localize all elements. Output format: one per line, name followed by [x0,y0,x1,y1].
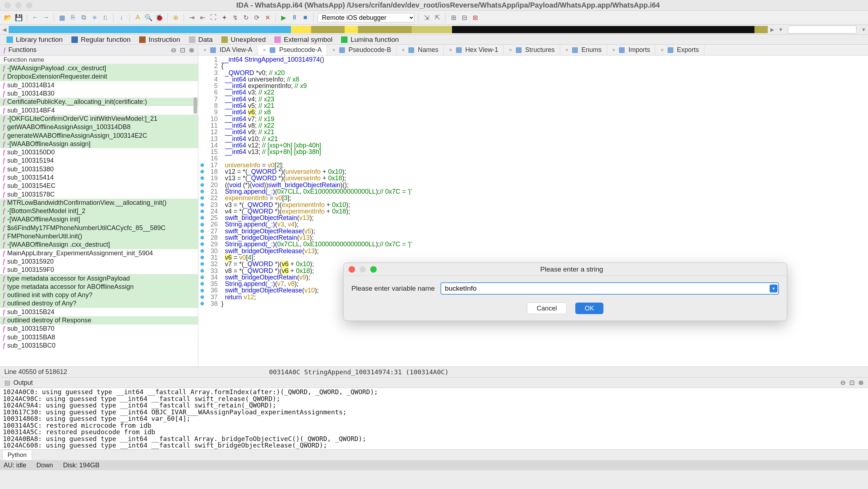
tab-imports[interactable]: ×Imports [607,45,655,55]
tool2-icon[interactable]: ⎘ [68,13,77,22]
panel-max-icon[interactable]: ⊡ [180,46,185,54]
function-row[interactable]: fMainAppLibrary_ExperimentAssignment_ini… [0,249,198,257]
tab-close-icon[interactable]: × [612,47,615,53]
tool4-icon[interactable]: ⎆ [90,13,99,22]
delete-icon[interactable]: ✕ [263,13,272,22]
debugger-select[interactable]: Remote iOS debugger [317,13,415,22]
tab-structures[interactable]: ×Structures [504,45,560,55]
forward-icon[interactable]: → [41,13,50,22]
tool10-icon[interactable]: ↯ [231,13,239,22]
tab-pseudocode-b[interactable]: ×Pseudocode-B [327,45,396,55]
nav-down-icon[interactable]: ▼ [776,27,785,32]
function-row[interactable]: fsub_100315BA8 [0,333,198,342]
function-row[interactable]: fsub_1003154EC [0,182,198,190]
function-row[interactable]: fsub_100314B30 [0,89,198,98]
bug-icon[interactable]: 🐞 [155,13,164,22]
zoom-window-dot[interactable] [26,2,32,9]
zoom-in-icon[interactable]: ⊕ [171,13,180,22]
function-row[interactable]: foutlined init with copy of Any? [0,291,198,299]
nav-search-input[interactable] [788,26,856,34]
function-row[interactable]: fsub_100315194 [0,157,198,165]
search-icon[interactable]: 🔍 [144,13,153,22]
tab-close-icon[interactable]: × [449,47,452,53]
tab-close-icon[interactable]: × [402,47,405,53]
tab-pseudocode-a[interactable]: ×Pseudocode-A [258,45,327,55]
tab-close-icon[interactable]: × [203,47,207,53]
tab-exports[interactable]: ×Exports [655,45,704,55]
dialog-close-icon[interactable] [349,266,355,273]
dbg3-icon[interactable]: ⊞ [449,13,458,22]
panel-min-icon[interactable]: ⊖ [171,46,176,54]
tool9-icon[interactable]: ✦ [220,13,229,22]
dialog-zoom-icon[interactable] [370,266,377,273]
function-row[interactable]: ftype metadata accessor for AssignPayloa… [0,274,198,282]
function-row[interactable]: fsub_100315BC0 [0,342,198,350]
function-row[interactable]: ftype metadata accessor for ABOfflineAss… [0,283,198,291]
save-icon[interactable]: 💾 [14,13,23,22]
function-row[interactable]: fsub_100315380 [0,165,198,173]
tool8-icon[interactable]: ⛶ [209,13,218,22]
function-row[interactable]: fsub_100314B14 [0,81,198,89]
functions-list[interactable]: f-[WAAssignPayload .cxx_destruct]fDropbo… [0,64,198,366]
tool5-icon[interactable]: ⎌ [101,13,110,22]
function-row[interactable]: f-[OKFGLiteConfirmOrderVC initWithViewMo… [0,115,198,123]
tool11-icon[interactable]: ↻ [242,13,250,22]
tab-enums[interactable]: ×Enums [560,45,607,55]
tab-close-icon[interactable]: × [332,47,335,53]
down-icon[interactable]: ↓ [117,13,126,22]
function-row[interactable]: fsub_1003150D0 [0,148,198,157]
function-row[interactable]: fMTRLowBandwidthConfirmationView.__alloc… [0,199,198,207]
nav-dd-icon[interactable]: ▼ [859,27,868,32]
function-row[interactable]: f-[WAABOfflineAssign .cxx_destruct] [0,241,198,249]
tab-close-icon[interactable]: × [263,47,266,53]
stop-icon[interactable]: ■ [301,13,310,22]
panel-close-icon[interactable]: ⊗ [189,46,194,54]
dbg2-icon[interactable]: ⇱ [433,13,442,22]
dbg1-icon[interactable]: ⇲ [422,13,431,22]
tool6-icon[interactable]: ⇥ [187,13,196,22]
tool3-icon[interactable]: ⧉ [79,13,88,22]
output-log[interactable]: 1024A0C0: using guessed type __int64 __f… [0,388,868,449]
output-max-icon[interactable]: ⊡ [849,379,855,387]
tab-ida-view-a[interactable]: ×IDA View-A [198,45,258,55]
function-row[interactable]: foutlined destroy of Response [0,316,198,325]
python-tab-button[interactable]: Python [2,450,32,461]
tool7-icon[interactable]: ⇤ [198,13,207,22]
variable-name-input[interactable] [440,282,779,295]
function-row[interactable]: f$s6FindMy17FMPhoneNumberUtilCACycfc_85_… [0,224,198,232]
function-row[interactable]: fsub_100315B70 [0,325,198,333]
output-close-icon[interactable]: ⊗ [858,379,864,387]
dbg4-icon[interactable]: ⊟ [460,13,469,22]
function-row[interactable]: fsub_100314BF4 [0,106,198,114]
close-window-dot[interactable] [4,2,11,9]
tab-close-icon[interactable]: × [660,47,664,53]
function-row[interactable]: fCertificatePublicKey.__allocating_init(… [0,98,198,106]
pause-icon[interactable]: ⏸ [290,13,299,22]
dbg5-icon[interactable]: ⊠ [471,13,479,22]
scrollbar-thumb[interactable] [194,97,197,114]
function-row[interactable]: f-[WAABOfflineAssign assign] [0,140,198,148]
function-row[interactable]: fgetWAABOfflineAssignAssign_100314DB8 [0,123,198,131]
cancel-button[interactable]: Cancel [527,303,567,314]
tab-hex-view-1[interactable]: ×Hex View-1 [444,45,504,55]
tool12-icon[interactable]: ⟳ [252,13,261,22]
tab-names[interactable]: ×Names [397,45,444,55]
function-row[interactable]: f-[WAABOfflineAssign init] [0,215,198,224]
function-row[interactable]: fsub_100315414 [0,173,198,182]
function-row[interactable]: fDropboxExtensionRequester.deinit [0,72,198,81]
minimize-window-dot[interactable] [15,2,22,9]
open-icon[interactable]: 📂 [4,13,12,22]
output-min-icon[interactable]: ⊖ [840,379,846,387]
ok-button[interactable]: OK [575,303,603,314]
run-icon[interactable]: ▶ [279,13,288,22]
function-row[interactable]: fsub_100315B24 [0,308,198,316]
function-row[interactable]: fsub_100315920 [0,257,198,266]
tool1-icon[interactable]: ▦ [58,13,66,22]
function-row[interactable]: foutlined destroy of Any? [0,299,198,308]
dropdown-icon[interactable]: ▾ [770,285,778,292]
functions-column-header[interactable]: Function name [0,56,198,64]
back-icon[interactable]: ← [31,13,39,22]
function-row[interactable]: fsub_1003159F0 [0,266,198,274]
tab-close-icon[interactable]: × [565,47,568,53]
function-row[interactable]: fsub_10031578C [0,190,198,198]
